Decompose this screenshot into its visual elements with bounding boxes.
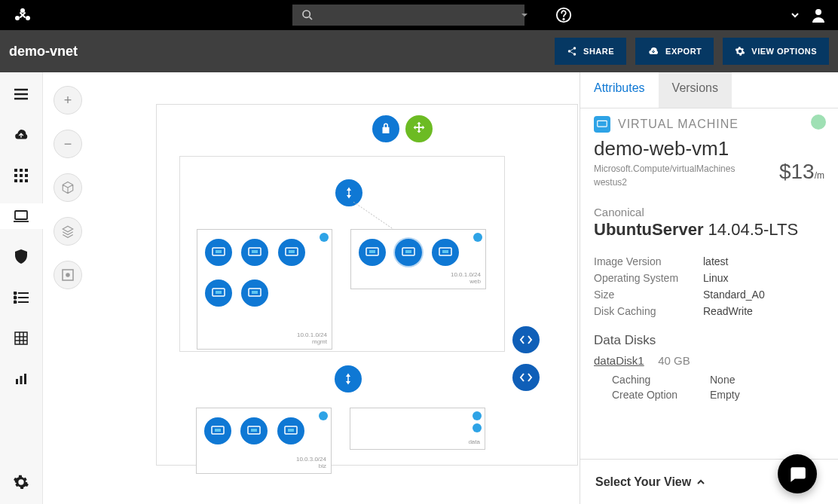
- vm-icon: [597, 120, 607, 129]
- svg-point-8: [568, 50, 571, 53]
- node-gateway[interactable]: [372, 115, 399, 142]
- svg-point-6: [815, 9, 821, 15]
- tool-3d[interactable]: [54, 173, 82, 202]
- node-vm[interactable]: [204, 417, 231, 444]
- code-icon: [519, 334, 533, 345]
- view-options-button[interactable]: VIEW OPTIONS: [723, 38, 829, 65]
- vnet-container: 10.0.1.0/24mgmt 10.0.1.0/24web: [179, 156, 505, 352]
- subnet-data[interactable]: 10.0.4.0/24data: [350, 408, 485, 450]
- tool-layers[interactable]: [54, 217, 82, 246]
- svg-rect-11: [20, 169, 23, 172]
- os-title: UbuntuServer 14.04.5-LTS: [594, 220, 824, 240]
- disk-name-link[interactable]: dataDisk1: [594, 354, 644, 367]
- nsg-badge-icon: [473, 233, 482, 242]
- subnet-mgmt[interactable]: 10.0.1.0/24mgmt: [197, 229, 332, 350]
- node-vm[interactable]: [277, 417, 304, 444]
- nav-table[interactable]: [0, 325, 43, 351]
- share-button[interactable]: SHARE: [555, 38, 626, 65]
- svg-rect-47: [215, 429, 221, 432]
- gear-icon: [735, 46, 745, 57]
- user-icon[interactable]: [809, 6, 827, 24]
- page-title: demo-vnet: [9, 44, 78, 60]
- svg-rect-39: [252, 291, 258, 294]
- svg-point-22: [14, 301, 17, 304]
- nav-upload[interactable]: [0, 122, 43, 148]
- node-endpoint[interactable]: [512, 364, 540, 391]
- svg-rect-37: [216, 291, 222, 294]
- global-search[interactable]: [292, 5, 525, 26]
- subnet-biz[interactable]: 10.0.3.0/24biz: [196, 408, 332, 474]
- help-icon[interactable]: [555, 7, 572, 23]
- nav-settings[interactable]: [0, 469, 43, 495]
- zoom-out-button[interactable]: −: [54, 130, 82, 158]
- nav-security[interactable]: [0, 244, 43, 270]
- svg-point-28: [66, 273, 69, 276]
- vm-icon: [285, 247, 298, 258]
- node-vm[interactable]: [278, 239, 305, 266]
- status-indicator: [811, 115, 826, 130]
- list-icon: [14, 292, 29, 304]
- node-vm[interactable]: [205, 279, 232, 307]
- tab-versions[interactable]: Versions: [659, 72, 732, 108]
- chevron-up-icon: [696, 477, 706, 487]
- svg-rect-15: [25, 174, 28, 177]
- svg-rect-12: [25, 169, 28, 172]
- node-endpoint[interactable]: [512, 326, 540, 353]
- svg-point-20: [14, 292, 17, 295]
- layers-icon: [61, 225, 75, 238]
- node-vm[interactable]: [359, 239, 386, 266]
- tool-focus[interactable]: [54, 261, 82, 289]
- account-menu-caret[interactable]: [790, 10, 800, 20]
- chat-icon: [788, 464, 807, 484]
- node-load-balancer-2[interactable]: [335, 365, 362, 393]
- vm-icon: [247, 426, 261, 436]
- price: $13/m: [779, 160, 824, 184]
- svg-rect-35: [289, 250, 295, 253]
- network-diagram[interactable]: 10.0.1.0/24mgmt 10.0.1.0/24web: [156, 104, 578, 466]
- svg-point-0: [20, 8, 25, 13]
- support-chat-button[interactable]: [778, 454, 817, 493]
- tab-attributes[interactable]: Attributes: [580, 72, 659, 108]
- svg-rect-33: [252, 250, 258, 253]
- app-logo[interactable]: [14, 8, 32, 23]
- lock-icon: [379, 122, 393, 136]
- cube-icon: [61, 181, 75, 194]
- share-icon: [567, 46, 577, 57]
- svg-point-7: [573, 47, 577, 49]
- node-vm-selected[interactable]: [395, 239, 422, 266]
- export-button[interactable]: EXPORT: [635, 38, 714, 65]
- vm-icon: [212, 288, 225, 298]
- svg-point-1: [15, 16, 20, 20]
- nav-dashboard[interactable]: [0, 163, 43, 188]
- nav-reports[interactable]: [0, 366, 43, 392]
- svg-rect-41: [369, 250, 375, 253]
- subnet-web[interactable]: 10.0.1.0/24web: [350, 229, 486, 289]
- svg-rect-43: [405, 250, 411, 253]
- svg-rect-51: [288, 429, 294, 432]
- node-vm[interactable]: [241, 239, 268, 266]
- shield-icon: [14, 249, 28, 264]
- nsg-badge-icon: [319, 411, 328, 420]
- gear-icon: [13, 474, 29, 490]
- publisher: Canonical: [594, 206, 824, 218]
- nsg-badge-icon: [473, 411, 482, 420]
- nav-list[interactable]: [0, 285, 43, 310]
- vm-icon: [212, 247, 225, 258]
- properties-table: Image Versionlatest Operating SystemLinu…: [594, 253, 824, 319]
- load-balancer-icon: [342, 186, 356, 200]
- node-vm[interactable]: [240, 417, 268, 444]
- search-scope-dropdown[interactable]: [520, 11, 529, 20]
- svg-rect-52: [598, 121, 607, 127]
- zoom-in-button[interactable]: +: [54, 86, 82, 115]
- node-vm[interactable]: [432, 239, 459, 266]
- grid-icon: [14, 169, 28, 182]
- svg-rect-10: [14, 169, 17, 172]
- node-vm[interactable]: [241, 279, 268, 307]
- svg-rect-18: [25, 179, 28, 182]
- node-peering[interactable]: [405, 115, 433, 142]
- nav-compute[interactable]: [0, 203, 43, 229]
- node-vm[interactable]: [205, 239, 232, 266]
- nav-menu[interactable]: [0, 81, 43, 107]
- svg-rect-45: [442, 250, 448, 253]
- cloud-download-icon: [647, 46, 659, 57]
